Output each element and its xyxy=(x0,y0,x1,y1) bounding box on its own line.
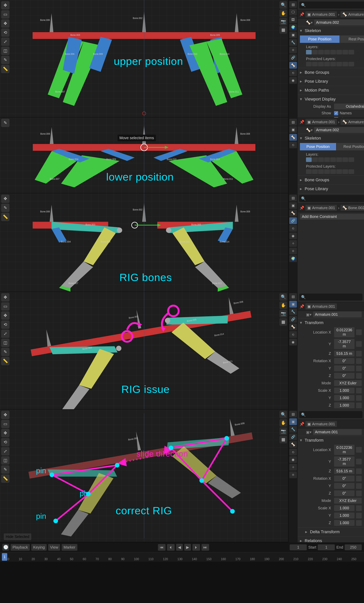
tab-modifier[interactable]: 🔧 xyxy=(289,308,297,315)
section-transform[interactable]: Transform xyxy=(298,319,364,326)
jump-start-icon[interactable]: ⏮ xyxy=(158,544,166,551)
lock-icon[interactable] xyxy=(356,388,362,394)
protected-grid[interactable] xyxy=(306,169,364,174)
tab-armature[interactable]: 🦴 xyxy=(289,324,297,330)
marker-menu[interactable]: Marker xyxy=(62,544,77,551)
armature-dropdown[interactable]: Armature.002 xyxy=(314,20,364,25)
timeline-editor-icon[interactable]: 🕒 xyxy=(2,544,9,551)
lock-icon[interactable] xyxy=(356,395,362,401)
rot-y[interactable]: 0° xyxy=(334,483,354,489)
view-menu[interactable]: View xyxy=(48,544,60,551)
viewport-bones[interactable]: ✥ ✎ 📏 Bone.006 Bone.002 Bone.008 Bone.00… xyxy=(0,193,288,292)
lock-icon[interactable] xyxy=(356,447,362,453)
pin-icon[interactable]: 📌 xyxy=(299,206,304,210)
tab-bone[interactable]: ⎋ xyxy=(289,141,297,148)
tab-armature[interactable]: 🦴 xyxy=(289,210,297,217)
lock-icon[interactable] xyxy=(356,351,362,357)
section-bone-groups[interactable]: Bone Groups xyxy=(298,69,364,76)
crumb-parent[interactable]: ▣ Armature.001 xyxy=(306,303,337,310)
tab-material[interactable]: ◉ xyxy=(289,456,297,463)
tab-bone[interactable]: ⎋ xyxy=(289,225,297,232)
tab-render[interactable]: ▤ xyxy=(289,293,297,300)
rotation-mode[interactable]: XYZ Euler xyxy=(334,380,362,386)
rot-x[interactable]: 0° xyxy=(334,358,354,364)
tab-armature[interactable]: 🦴 xyxy=(289,62,297,69)
tab-armature[interactable]: 🦴 xyxy=(289,441,297,448)
playback-menu[interactable]: Playback xyxy=(11,544,30,551)
play-reverse-icon[interactable]: ◀ xyxy=(176,544,183,551)
viewport-correct[interactable]: ✥ ▭ ✥ ⟲ ⤢ ◫ ✎ 📏 🔍 ✋ 📷 ▦ Bone.002 Bone.00… xyxy=(0,410,288,542)
section-skeleton[interactable]: Skeleton xyxy=(298,27,364,34)
display-as-dropdown[interactable]: Octahedral xyxy=(334,104,364,109)
lock-icon[interactable] xyxy=(356,513,362,518)
pose-position-btn[interactable]: Pose Position xyxy=(300,143,336,150)
tab-constraint[interactable]: 🔗 xyxy=(289,54,297,61)
tab-particles[interactable]: ✧ xyxy=(289,240,297,247)
tab-render[interactable]: ▤ xyxy=(289,1,297,8)
rest-position-btn[interactable]: Rest Position xyxy=(340,35,364,43)
tab-material[interactable]: ◉ xyxy=(289,232,297,239)
tab-physics[interactable]: ⚛ xyxy=(289,471,297,478)
scale-z[interactable]: 1.000 xyxy=(334,520,354,526)
tab-bone-constraint[interactable]: 🔗 xyxy=(289,217,297,224)
loc-x[interactable]: 0.012236 m xyxy=(334,327,354,337)
tab-render[interactable]: ▤ xyxy=(289,411,297,417)
armature-dropdown[interactable]: Armature.002 xyxy=(314,127,364,133)
rot-z[interactable]: 0° xyxy=(334,490,354,496)
rot-z[interactable]: 0° xyxy=(334,373,354,379)
scale-x[interactable]: 1.000 xyxy=(334,388,354,394)
pose-position-btn[interactable]: Pose Position xyxy=(300,35,340,43)
crumb-parent[interactable]: ▣ Armature.001 xyxy=(306,421,337,427)
loc-y[interactable]: -7.3577 m xyxy=(334,339,354,349)
tab-object[interactable]: ▣ xyxy=(289,126,297,133)
rot-y[interactable]: 0° xyxy=(334,365,354,371)
crumb-child[interactable]: 🦴 Armature.002 xyxy=(341,119,364,125)
tab-modifier[interactable]: 🔧 xyxy=(289,39,297,46)
rotation-mode[interactable]: XYZ Euler xyxy=(334,498,362,504)
section-skeleton[interactable]: Skeleton xyxy=(298,135,364,142)
section-bone-groups[interactable]: Bone Groups xyxy=(298,176,364,184)
lock-icon[interactable] xyxy=(356,491,362,496)
section-pose-library[interactable]: Pose Library xyxy=(298,78,364,85)
frame-end[interactable]: 250 xyxy=(345,545,362,550)
timeline[interactable]: 🕒 Playback Keying View Marker ⏮ ⏴ ◀ ▶ ⏵ … xyxy=(0,542,364,562)
lock-icon[interactable] xyxy=(356,358,362,364)
lock-icon[interactable] xyxy=(356,373,362,379)
layers-grid[interactable] xyxy=(306,157,364,162)
section-delta-transform[interactable]: Delta Transform xyxy=(298,528,364,535)
tab-object[interactable]: ▣ xyxy=(289,32,297,38)
tab-view[interactable]: 🖼 xyxy=(289,16,297,23)
scale-z[interactable]: 1.000 xyxy=(334,402,354,408)
play-icon[interactable]: ▶ xyxy=(184,544,191,551)
next-key-icon[interactable]: ⏵ xyxy=(193,544,200,551)
object-name[interactable]: Armature.001 xyxy=(313,312,362,317)
keying-menu[interactable]: Keying xyxy=(31,544,47,551)
tab-render[interactable]: ▤ xyxy=(289,195,297,201)
pin-icon[interactable]: 📌 xyxy=(299,422,304,426)
scale-x[interactable]: 1.000 xyxy=(334,505,354,511)
tab-armature[interactable]: 🦴 xyxy=(289,134,297,141)
tab-bone[interactable]: ⎋ xyxy=(289,449,297,455)
tab-constraint[interactable]: 🔗 xyxy=(289,316,297,323)
protected-grid[interactable] xyxy=(306,62,364,66)
tab-particles[interactable]: ✧ xyxy=(289,464,297,471)
tab-output[interactable]: 🖵 xyxy=(289,9,297,16)
search-input[interactable]: 🔍 xyxy=(299,293,363,301)
crumb-parent[interactable]: ▣ Armature.001 xyxy=(306,11,337,17)
pin-icon[interactable]: 📌 xyxy=(299,120,304,124)
hide-selected-btn[interactable]: Hide Selected xyxy=(4,533,31,540)
loc-y[interactable]: -7.3577 m xyxy=(334,456,354,467)
section-motion-paths[interactable]: Motion Paths xyxy=(298,87,364,94)
tab-material[interactable]: ◉ xyxy=(289,339,297,346)
crumb-child[interactable]: 🦴 Bone.002 xyxy=(341,205,364,211)
tab-modifier[interactable]: 🔧 xyxy=(289,426,297,433)
timeline-ruler[interactable]: 1 01020304050607080901001101201301401501… xyxy=(0,552,364,562)
chk-names[interactable]: ✓ xyxy=(334,111,338,115)
object-name[interactable]: Armature.001 xyxy=(313,429,362,435)
frame-start[interactable]: 1 xyxy=(318,545,335,550)
tab-physics[interactable]: ⚛ xyxy=(289,47,297,54)
scale-y[interactable]: 1.000 xyxy=(334,512,354,518)
tab-constraint[interactable]: 🔗 xyxy=(289,433,297,440)
crumb-parent[interactable]: ▣ Armature.001 xyxy=(306,119,337,125)
tab-scene[interactable]: 🌍 xyxy=(289,24,297,31)
